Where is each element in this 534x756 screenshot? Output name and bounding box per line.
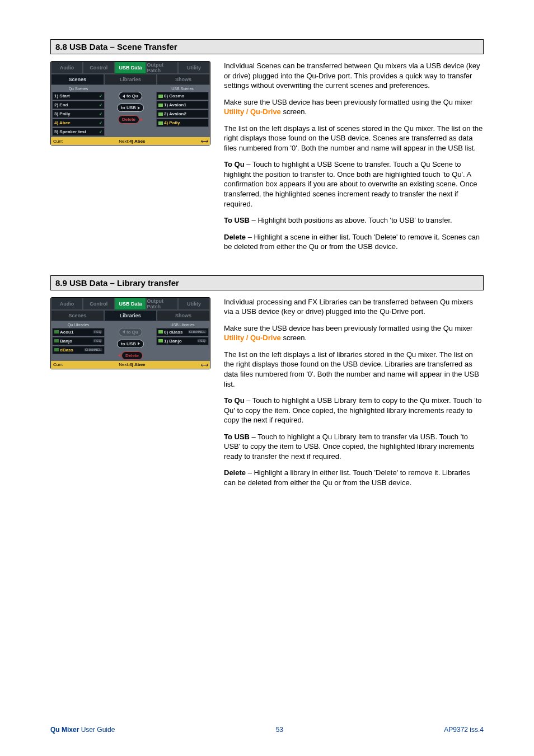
tab-control[interactable]: Control — [83, 298, 115, 310]
status-bar: Curr: Next:4) Abee ⟷ — [51, 137, 210, 145]
footer-right: AP9372 iss.4 — [444, 726, 484, 734]
delete-button[interactable]: Delete — [121, 351, 143, 360]
list-item[interactable]: 2) End✓ — [52, 101, 105, 109]
qu-libraries-header: Qu Libraries — [52, 322, 105, 327]
check-icon: ✓ — [99, 94, 102, 98]
tab-usbdata[interactable]: USB Data — [115, 62, 147, 74]
usb-icon — [158, 330, 163, 334]
list-item[interactable]: 0) dBassCHANNEL — [156, 328, 209, 336]
tag: PEQ — [197, 339, 207, 342]
list-item[interactable]: 1) BanjoPEQ — [156, 337, 209, 345]
section-89-text: Individual processing and FX Libraries c… — [224, 297, 484, 495]
list-item[interactable]: dBassCHANNEL — [52, 346, 105, 354]
section-88-text: Individual Scenes can be transferred bet… — [224, 61, 484, 259]
to-qu-button[interactable]: to Qu — [119, 328, 142, 336]
subtab-libraries[interactable]: Libraries — [104, 74, 157, 85]
lib-icon — [54, 339, 59, 342]
tab-utility[interactable]: Utility — [178, 62, 210, 74]
usb-scenes-header: USB Scenes — [156, 86, 209, 91]
paragraph: Individual Scenes can be transferred bet… — [224, 61, 484, 91]
list-item[interactable]: Acou1PEQ — [52, 328, 105, 336]
lib-icon — [54, 330, 59, 334]
paragraph: To USB – Highlight both positions as abo… — [224, 215, 484, 226]
usb-icon — [158, 104, 163, 107]
tab-audio[interactable]: Audio — [51, 298, 83, 310]
list-item[interactable]: 5) Speaker test✓ — [52, 128, 105, 136]
usb-plug-icon: ⟷ — [201, 138, 208, 144]
check-icon: ✓ — [99, 112, 102, 116]
usb-icon — [158, 121, 163, 125]
section-header-89: 8.9 USB Data – Library transfer — [50, 275, 484, 290]
paragraph: The list on the left displays a list of … — [224, 124, 484, 153]
section-89-row: Audio Control USB Data Output Patch Util… — [50, 297, 484, 495]
list-item[interactable]: 3) Polly✓ — [52, 110, 105, 118]
subtab-scenes[interactable]: Scenes — [51, 310, 104, 321]
usb-libraries-header: USB Libraries — [156, 322, 209, 327]
paragraph: To USB – Touch to highlight a Qu Library… — [224, 432, 484, 462]
tab-outputpatch[interactable]: Output Patch — [146, 62, 178, 74]
section-88-row: Audio Control USB Data Output Patch Util… — [50, 61, 484, 259]
list-item[interactable]: BanjoPEQ — [52, 337, 105, 345]
paragraph: Make sure the USB device has been previo… — [224, 97, 484, 117]
subtab-shows[interactable]: Shows — [157, 74, 210, 85]
status-curr: Curr: — [53, 362, 63, 367]
check-icon: ✓ — [99, 121, 102, 125]
footer-page: 53 — [276, 726, 283, 734]
paragraph: The list on the left displays a list of … — [224, 350, 484, 389]
paragraph: Delete – Highlight a scene in either lis… — [224, 232, 484, 252]
usb-plug-icon: ⟷ — [201, 362, 208, 368]
screenshot-89: Audio Control USB Data Output Patch Util… — [50, 297, 213, 495]
delete-button[interactable]: Delete — [118, 115, 139, 124]
triangle-right-icon — [138, 342, 140, 345]
list-item[interactable]: 1) Avalon1 — [156, 101, 209, 109]
triangle-left-icon — [123, 330, 125, 334]
status-curr: Curr: — [53, 139, 63, 144]
tab-outputpatch[interactable]: Output Patch — [146, 298, 178, 310]
check-icon: ✓ — [99, 103, 102, 107]
tag: CHANNEL — [188, 330, 207, 334]
paragraph: To Qu – Touch to highlight a USB Library… — [224, 396, 484, 425]
to-usb-button[interactable]: to USB — [117, 104, 144, 112]
subtab-scenes[interactable]: Scenes — [51, 74, 104, 85]
triangle-left-icon — [123, 95, 125, 98]
paragraph: Individual processing and FX Libraries c… — [224, 297, 484, 317]
footer-left: Qu Mixer User Guide — [50, 726, 115, 734]
subtab-libraries[interactable]: Libraries — [104, 310, 157, 321]
triangle-left-icon — [118, 354, 120, 357]
list-item[interactable]: 0) Cosmo — [156, 92, 209, 100]
tab-usbdata[interactable]: USB Data — [115, 298, 147, 310]
section-header-88: 8.8 USB Data – Scene Transfer — [50, 39, 484, 54]
list-item[interactable]: 4) Polly — [156, 119, 209, 127]
tag: CHANNEL — [84, 348, 102, 351]
usb-icon — [158, 112, 163, 116]
screenshot-88: Audio Control USB Data Output Patch Util… — [50, 61, 213, 259]
paragraph: To Qu – Touch to highlight a USB Scene t… — [224, 159, 484, 209]
paragraph: Delete – Highlight a library in either l… — [224, 468, 484, 487]
triangle-right-icon — [138, 106, 140, 110]
status-bar: Curr: Next:4) Abee ⟷ — [51, 361, 210, 369]
tab-control[interactable]: Control — [83, 62, 115, 74]
to-usb-button[interactable]: to USB — [117, 340, 144, 348]
qu-scenes-header: Qu Scenes — [52, 86, 105, 91]
list-item[interactable]: 4) Abee✓ — [52, 119, 105, 127]
tab-audio[interactable]: Audio — [51, 62, 83, 74]
page-footer: Qu Mixer User Guide 53 AP9372 iss.4 — [50, 725, 484, 734]
tab-utility[interactable]: Utility — [178, 298, 210, 310]
usb-icon — [158, 339, 163, 342]
check-icon: ✓ — [99, 130, 102, 134]
status-next: Next:4) Abee — [119, 139, 145, 144]
paragraph: Make sure the USB device has been previo… — [224, 323, 484, 343]
status-next: Next:4) Abee — [119, 362, 145, 367]
triangle-right-icon — [140, 118, 143, 121]
subtab-shows[interactable]: Shows — [157, 310, 210, 321]
list-item[interactable]: 1) Start✓ — [52, 92, 105, 100]
tag: PEQ — [93, 339, 102, 342]
lib-icon — [54, 348, 59, 351]
tag: PEQ — [93, 330, 102, 334]
usb-icon — [158, 95, 163, 98]
to-qu-button[interactable]: to Qu — [119, 92, 142, 100]
list-item[interactable]: 2) Avalon2 — [156, 110, 209, 118]
